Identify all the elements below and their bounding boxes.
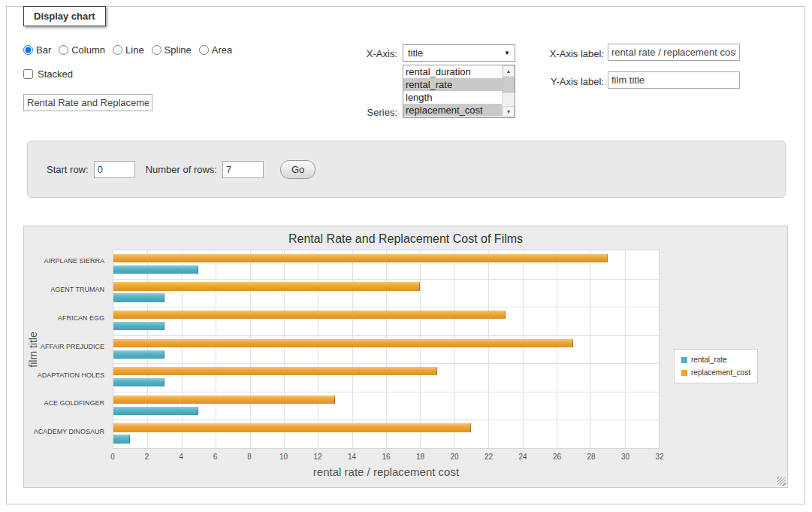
x-tick-label: 14 — [348, 453, 356, 461]
chart-type-radio-label: Area — [212, 44, 232, 56]
gridline — [420, 250, 421, 448]
chart-type-radio-area[interactable] — [199, 45, 209, 55]
stacked-checkbox-row[interactable]: Stacked — [23, 68, 73, 80]
x-axis-label-input[interactable] — [608, 44, 740, 61]
chart-title: Rental Rate and Replacement Cost of Film… — [24, 232, 787, 246]
number-of-rows-label: Number of rows: — [146, 164, 217, 175]
chart-panel: Rental Rate and Replacement Cost of Film… — [23, 226, 788, 488]
chart-type-option-spline[interactable]: Spline — [152, 44, 192, 56]
bar-replacement_cost — [113, 311, 506, 319]
category-label: ACADEMY DINOSAUR — [34, 428, 104, 435]
chart-title-input[interactable] — [23, 94, 152, 111]
scroll-up-icon[interactable]: ▲ — [503, 65, 515, 77]
category-label: AFFAIR PREJUDICE — [41, 343, 104, 350]
category-label: AFRICAN EGG — [58, 314, 104, 322]
chart-type-option-bar[interactable]: Bar — [23, 44, 51, 56]
series-option-replacement_cost[interactable]: replacement_cost — [403, 104, 502, 117]
fieldset-title: Display chart — [23, 6, 106, 26]
bar-replacement_cost — [113, 367, 437, 375]
gridline — [557, 250, 557, 448]
chart-type-option-area[interactable]: Area — [199, 44, 232, 56]
y-axis-label-input[interactable] — [608, 71, 740, 89]
start-row-input[interactable] — [94, 161, 135, 178]
chevron-down-icon: ▼ — [504, 50, 510, 56]
category-label: ACE GOLDFINGER — [44, 399, 104, 407]
series-options: rental_durationrental_ratelengthreplacem… — [403, 65, 502, 117]
x-tick-label: 22 — [484, 453, 493, 461]
gridline — [216, 250, 216, 448]
gridline — [590, 250, 591, 448]
number-of-rows-input[interactable] — [222, 161, 264, 178]
x-tick-label: 6 — [213, 453, 218, 461]
x-tick-label: 30 — [621, 453, 629, 461]
chart-type-radio-group: BarColumnLineSplineArea — [23, 44, 240, 56]
bar-rental_rate — [113, 378, 165, 386]
gridline — [113, 335, 659, 336]
chart-type-radio-line[interactable] — [113, 45, 122, 55]
gridline — [352, 250, 353, 448]
chart-type-option-column[interactable]: Column — [59, 44, 105, 56]
x-tick-label: 0 — [110, 453, 115, 461]
gridline — [147, 250, 148, 448]
series-option-rental_rate[interactable]: rental_rate — [403, 78, 502, 91]
x-tick-label: 4 — [179, 453, 183, 461]
x-tick-label: 10 — [279, 453, 288, 461]
gridline — [250, 250, 251, 448]
stacked-checkbox[interactable] — [23, 69, 33, 79]
category-label: AGENT TRUMAN — [50, 286, 104, 293]
gridline — [113, 392, 659, 392]
x-tick-label: 8 — [247, 453, 252, 461]
legend-item-replacement_cost[interactable]: replacement_cost — [681, 366, 750, 379]
gridline — [454, 250, 455, 448]
chart-type-radio-label: Spline — [165, 44, 192, 56]
series-option-length[interactable]: length — [403, 91, 502, 104]
legend-swatch-icon — [681, 357, 687, 363]
gridline — [113, 307, 659, 308]
resize-handle-icon[interactable] — [777, 477, 786, 486]
chart-type-radio-label: Bar — [36, 44, 51, 56]
row-controls-panel: Start row: Number of rows: Go — [27, 141, 786, 198]
series-scrollbar[interactable]: ▲ ▼ — [502, 65, 515, 117]
category-label: ADAPTATION HOLES — [38, 371, 104, 379]
gridline — [113, 363, 659, 364]
gridline — [523, 250, 524, 448]
category-axis: AIRPLANE SIERRAAGENT TRUMANAFRICAN EGGAF… — [24, 250, 109, 449]
scrollbar-thumb[interactable] — [503, 77, 515, 92]
scroll-down-icon[interactable]: ▼ — [503, 106, 515, 117]
gridline — [113, 420, 659, 420]
series-listbox[interactable]: rental_durationrental_ratelengthreplacem… — [403, 65, 515, 118]
x-axis-select[interactable]: title ▼ — [403, 44, 515, 62]
bar-replacement_cost — [113, 254, 608, 262]
x-tick-label: 2 — [145, 453, 149, 461]
bar-replacement_cost — [113, 282, 420, 290]
gridline — [318, 250, 318, 448]
x-axis-select-value: title — [408, 47, 423, 59]
chart-type-radio-column[interactable] — [59, 45, 68, 55]
chart-type-radio-bar[interactable] — [23, 45, 33, 55]
chart-legend: rental_ratereplacement_cost — [674, 349, 758, 383]
x-tick-label: 32 — [655, 453, 663, 461]
start-row-label: Start row: — [47, 164, 89, 175]
legend-swatch-icon — [681, 370, 687, 376]
chart-type-radio-spline[interactable] — [152, 45, 161, 55]
series-option-rental_duration[interactable]: rental_duration — [403, 65, 502, 78]
legend-item-rental_rate[interactable]: rental_rate — [681, 353, 750, 366]
x-tick-label: 24 — [518, 453, 527, 461]
chart-type-option-line[interactable]: Line — [113, 44, 144, 56]
legend-label: replacement_cost — [691, 368, 750, 377]
bar-rental_rate — [113, 293, 165, 301]
x-tick-label: 20 — [450, 453, 458, 461]
stacked-label: Stacked — [38, 68, 73, 80]
chart-type-radio-label: Line — [125, 44, 144, 56]
category-label: AIRPLANE SIERRA — [44, 257, 104, 265]
gridline — [386, 250, 387, 448]
bar-rental_rate — [113, 435, 130, 443]
series-field-label: Series: — [322, 107, 397, 118]
gridline — [625, 250, 626, 448]
go-button[interactable]: Go — [280, 160, 315, 179]
x-axis-label-field-label: X-Axis label: — [524, 48, 604, 59]
bar-rental_rate — [113, 265, 198, 274]
bar-replacement_cost — [113, 339, 573, 347]
gridline — [488, 250, 489, 448]
x-tick-label: 18 — [416, 453, 424, 461]
